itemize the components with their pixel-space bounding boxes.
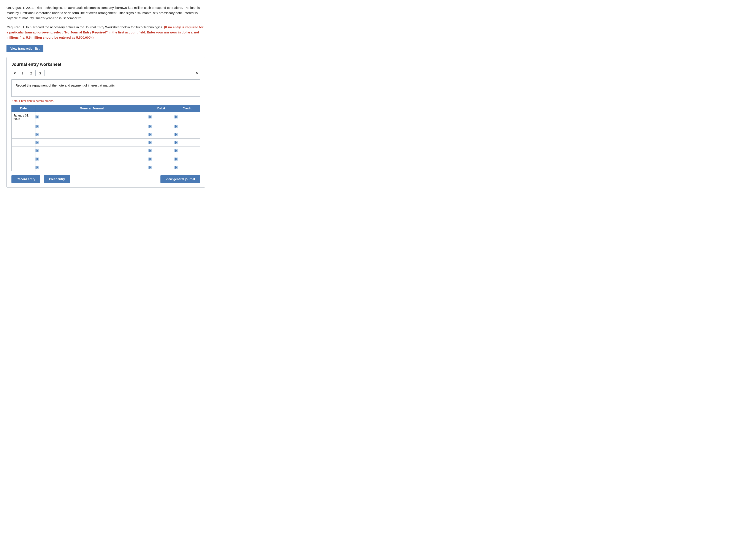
gj-input-6[interactable] xyxy=(39,155,148,163)
col-header-debit: Debit xyxy=(148,105,174,112)
arrow-icon-6 xyxy=(36,158,38,161)
tab-prev-button[interactable]: < xyxy=(11,70,18,76)
required-body: 1. to 3. Record the necessary entries in… xyxy=(6,25,203,39)
date-cell-3 xyxy=(12,130,35,139)
debit-input-6[interactable] xyxy=(152,155,174,163)
gj-cell-6[interactable] xyxy=(35,155,148,163)
debit-cell-4[interactable] xyxy=(148,139,174,147)
tab-navigation: < 1 2 3 > xyxy=(11,70,200,76)
debit-cell-5[interactable] xyxy=(148,147,174,155)
arrow-icon-credit-2 xyxy=(175,125,177,128)
gj-cell-5[interactable] xyxy=(35,147,148,155)
note-text: Note: Enter debits before credits. xyxy=(11,99,200,103)
debit-input-4[interactable] xyxy=(152,139,174,147)
date-cell-5 xyxy=(12,147,35,155)
table-row xyxy=(12,139,200,147)
bottom-buttons: Record entry Clear entry View general jo… xyxy=(11,175,200,183)
gj-input-1[interactable] xyxy=(39,112,148,122)
debit-input-5[interactable] xyxy=(152,147,174,155)
credit-input-5[interactable] xyxy=(178,147,200,155)
arrow-icon-credit-3 xyxy=(175,133,177,136)
arrow-icon-credit-7 xyxy=(175,166,177,169)
credit-cell-3[interactable] xyxy=(174,130,200,139)
worksheet-title: Journal entry worksheet xyxy=(11,62,200,67)
credit-cell-6[interactable] xyxy=(174,155,200,163)
arrow-icon-debit-7 xyxy=(149,166,151,169)
tab-3[interactable]: 3 xyxy=(35,70,44,76)
gj-cell-7[interactable] xyxy=(35,163,148,171)
description-box: Record the repayment of the note and pay… xyxy=(11,79,200,97)
tab-2[interactable]: 2 xyxy=(27,70,35,76)
arrow-icon-credit-4 xyxy=(175,141,177,144)
tab-next-button[interactable]: > xyxy=(193,70,200,76)
col-header-date: Date xyxy=(12,105,35,112)
arrow-icon-debit-4 xyxy=(149,141,151,144)
arrow-icon-debit-3 xyxy=(149,133,151,136)
credit-input-4[interactable] xyxy=(178,139,200,147)
journal-table: Date General Journal Debit Credit Januar… xyxy=(11,105,200,171)
arrow-icon-credit-5 xyxy=(175,149,177,152)
arrow-icon-debit-6 xyxy=(149,158,151,161)
debit-cell-7[interactable] xyxy=(148,163,174,171)
table-row xyxy=(12,122,200,130)
date-cell-7 xyxy=(12,163,35,171)
gj-cell-2[interactable] xyxy=(35,122,148,130)
debit-cell-3[interactable] xyxy=(148,130,174,139)
credit-cell-5[interactable] xyxy=(174,147,200,155)
arrow-icon-credit-6 xyxy=(175,158,177,161)
credit-cell-2[interactable] xyxy=(174,122,200,130)
credit-input-2[interactable] xyxy=(178,122,200,130)
debit-cell-2[interactable] xyxy=(148,122,174,130)
gj-input-7[interactable] xyxy=(39,163,148,171)
credit-cell-7[interactable] xyxy=(174,163,200,171)
date-cell-6 xyxy=(12,155,35,163)
credit-input-6[interactable] xyxy=(178,155,200,163)
worksheet-container: Journal entry worksheet < 1 2 3 > Record… xyxy=(6,57,205,188)
col-header-gj: General Journal xyxy=(35,105,148,112)
tab-1[interactable]: 1 xyxy=(18,70,27,76)
gj-cell-1[interactable] xyxy=(35,112,148,122)
debit-input-2[interactable] xyxy=(152,122,174,130)
credit-cell-4[interactable] xyxy=(174,139,200,147)
table-row xyxy=(12,163,200,171)
date-cell-2 xyxy=(12,122,35,130)
credit-input-1[interactable] xyxy=(178,112,200,122)
credit-cell-1[interactable] xyxy=(174,112,200,122)
debit-cell-6[interactable] xyxy=(148,155,174,163)
table-row xyxy=(12,147,200,155)
view-transaction-button[interactable]: View transaction list xyxy=(6,45,43,52)
debit-input-3[interactable] xyxy=(152,130,174,138)
table-row xyxy=(12,130,200,139)
record-entry-button[interactable]: Record entry xyxy=(11,175,40,183)
required-label: Required: xyxy=(6,25,22,29)
arrow-icon-credit-1 xyxy=(175,116,177,119)
arrow-icon-4 xyxy=(36,141,38,144)
clear-entry-button[interactable]: Clear entry xyxy=(44,175,70,183)
arrow-icon-1 xyxy=(36,116,38,119)
gj-input-3[interactable] xyxy=(39,130,148,138)
debit-input-1[interactable] xyxy=(152,112,174,122)
arrow-icon-debit-5 xyxy=(149,149,151,152)
view-general-journal-button[interactable]: View general journal xyxy=(160,175,200,183)
arrow-icon-debit-1 xyxy=(149,116,151,119)
arrow-icon-3 xyxy=(36,133,38,136)
table-row: January 31,2025 xyxy=(12,112,200,122)
required-prefix: 1. to 3. Record the necessary entries in… xyxy=(22,25,164,29)
col-header-credit: Credit xyxy=(174,105,200,112)
debit-cell-1[interactable] xyxy=(148,112,174,122)
credit-input-7[interactable] xyxy=(178,163,200,171)
intro-text: On August 1, 2024, Trico Technologies, a… xyxy=(6,5,205,21)
gj-cell-3[interactable] xyxy=(35,130,148,139)
arrow-icon-debit-2 xyxy=(149,125,151,128)
arrow-icon-2 xyxy=(36,125,38,128)
gj-cell-4[interactable] xyxy=(35,139,148,147)
credit-input-3[interactable] xyxy=(178,130,200,138)
date-cell-4 xyxy=(12,139,35,147)
gj-input-4[interactable] xyxy=(39,139,148,147)
arrow-icon-7 xyxy=(36,166,38,169)
arrow-icon-5 xyxy=(36,149,38,152)
gj-input-2[interactable] xyxy=(39,122,148,130)
debit-input-7[interactable] xyxy=(152,163,174,171)
date-cell-1: January 31,2025 xyxy=(12,112,35,122)
gj-input-5[interactable] xyxy=(39,147,148,155)
